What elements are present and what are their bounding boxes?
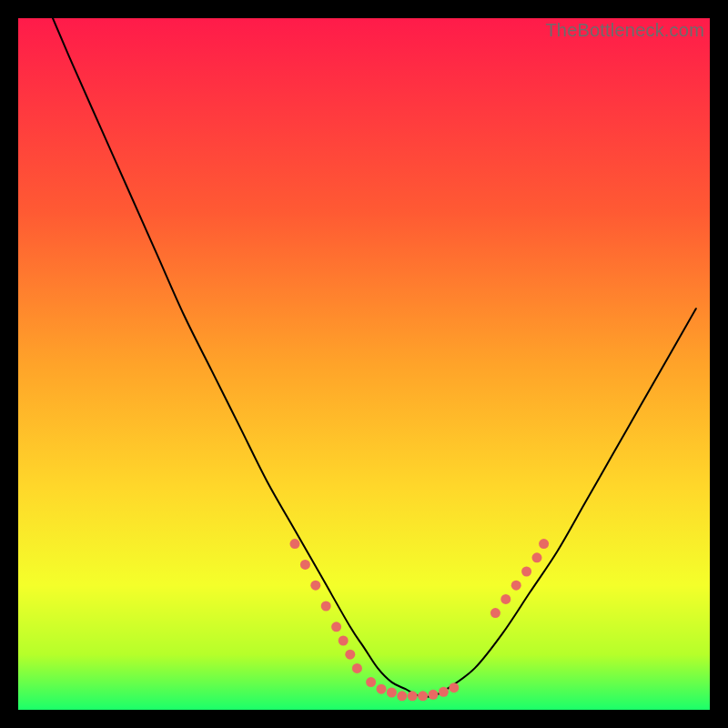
marker-dot [300,560,310,570]
marker-dot [500,594,511,604]
marker-dot [408,691,418,701]
marker-dot [490,608,500,618]
gradient-background [18,18,710,710]
marker-dot [439,687,449,697]
marker-dot [429,690,439,700]
marker-dot [418,691,428,701]
marker-dot [331,622,341,632]
marker-dot [397,691,407,701]
marker-dot [449,682,459,693]
watermark-label: TheBottleneck.com [545,20,704,41]
marker-dot [310,581,320,591]
marker-dot [521,567,531,577]
bottleneck-chart [18,18,710,710]
marker-dot [366,677,376,687]
marker-dot [532,552,542,562]
marker-dot [539,539,549,549]
marker-dot [387,688,397,698]
marker-dot [345,650,355,660]
chart-frame: TheBottleneck.com [18,18,710,710]
marker-dot [339,636,349,646]
marker-dot [290,539,300,549]
marker-dot [377,684,387,694]
marker-dot [511,581,521,591]
marker-dot [352,663,362,673]
marker-dot [321,602,331,612]
